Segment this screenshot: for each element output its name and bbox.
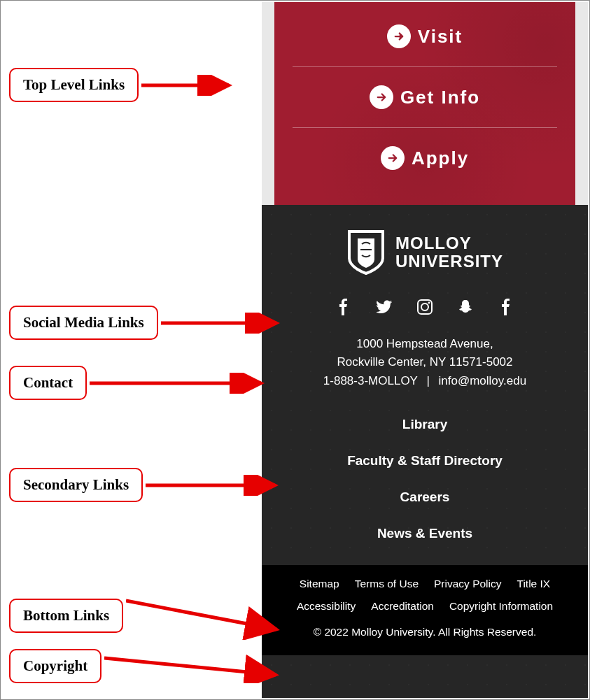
annotation-label: Contact — [9, 366, 87, 400]
annotation-copyright: Copyright — [9, 648, 286, 683]
annotation-label: Top Level Links — [9, 68, 139, 102]
svg-line-4 — [126, 601, 276, 629]
annotation-secondary: Secondary Links — [9, 468, 286, 502]
arrow-icon — [146, 475, 286, 496]
cta-get-info[interactable]: Get Info — [293, 67, 557, 128]
separator: | — [421, 374, 435, 387]
annotation-contact: Contact — [9, 366, 272, 400]
link-news[interactable]: News & Events — [377, 526, 472, 541]
link-terms[interactable]: Terms of Use — [355, 575, 419, 593]
logo: MOLLOY UNIVERSITY — [262, 223, 588, 289]
svg-rect-6 — [418, 300, 432, 314]
svg-line-5 — [104, 658, 276, 675]
annotation-label: Secondary Links — [9, 468, 143, 502]
arrow-right-icon — [381, 146, 405, 170]
annotation-bottom: Bottom Links — [9, 591, 287, 640]
logo-text: MOLLOY UNIVERSITY — [395, 234, 503, 271]
contact-line3: 1-888-3-MOLLOY | info@molloy.edu — [269, 372, 581, 390]
twitter-icon[interactable] — [376, 299, 393, 315]
address-line1: 1000 Hempstead Avenue, — [269, 335, 581, 353]
cta-label: Visit — [418, 26, 463, 48]
link-title-ix[interactable]: Title IX — [517, 575, 550, 593]
phone[interactable]: 1-888-3-MOLLOY — [323, 374, 418, 387]
cta-visit[interactable]: Visit — [293, 6, 557, 67]
link-accreditation[interactable]: Accreditation — [371, 597, 434, 615]
arrow-icon — [104, 648, 286, 683]
social-row — [262, 289, 588, 331]
bottom-links: Sitemap Terms of Use Privacy Policy Titl… — [270, 575, 580, 616]
annotation-label: Social Media Links — [9, 306, 158, 340]
snapchat-icon[interactable] — [457, 299, 474, 315]
link-careers[interactable]: Careers — [400, 490, 450, 505]
link-sitemap[interactable]: Sitemap — [300, 575, 339, 593]
link-privacy[interactable]: Privacy Policy — [434, 575, 501, 593]
cta-label: Get Info — [400, 87, 480, 108]
footer-preview: Visit Get Info Apply — [262, 2, 588, 698]
svg-point-8 — [428, 302, 430, 304]
logo-line2: UNIVERSITY — [395, 252, 503, 271]
secondary-links: Library Faculty & Staff Directory Career… — [262, 404, 588, 565]
annotation-top-level: Top Level Links — [9, 68, 239, 102]
shield-icon — [346, 229, 386, 276]
facebook-icon[interactable] — [335, 299, 352, 315]
black-bar: Sitemap Terms of Use Privacy Policy Titl… — [262, 565, 588, 655]
annotation-social: Social Media Links — [9, 306, 287, 340]
link-directory[interactable]: Faculty & Staff Directory — [347, 453, 503, 469]
contact-block: 1000 Hempstead Avenue, Rockville Center,… — [262, 331, 588, 404]
copyright-text: © 2022 Molloy University. All Rights Res… — [270, 623, 580, 641]
arrow-icon — [141, 75, 239, 96]
svg-point-7 — [421, 303, 428, 310]
logo-line1: MOLLOY — [395, 234, 503, 252]
cta-label: Apply — [412, 148, 469, 169]
cta-apply[interactable]: Apply — [293, 128, 557, 188]
arrow-icon — [126, 591, 287, 640]
cta-background: Visit Get Info Apply — [262, 2, 588, 205]
link-copyright-info[interactable]: Copyright Information — [449, 597, 553, 615]
annotation-label: Bottom Links — [9, 599, 123, 633]
arrow-right-icon — [370, 85, 393, 109]
arrow-right-icon — [387, 24, 411, 48]
arrow-icon — [90, 373, 272, 394]
link-library[interactable]: Library — [402, 417, 447, 432]
facebook-icon[interactable] — [498, 299, 514, 315]
link-accessibility[interactable]: Accessibility — [297, 597, 356, 615]
arrow-icon — [161, 313, 287, 334]
address-line2: Rockville Center, NY 11571-5002 — [269, 353, 581, 371]
email[interactable]: info@molloy.edu — [439, 374, 527, 387]
instagram-icon[interactable] — [416, 299, 433, 315]
footer-dark-area: MOLLOY UNIVERSITY 1000 Hempstead Avenue,… — [262, 205, 588, 698]
annotation-label: Copyright — [9, 649, 101, 683]
cta-panel: Visit Get Info Apply — [274, 2, 575, 205]
